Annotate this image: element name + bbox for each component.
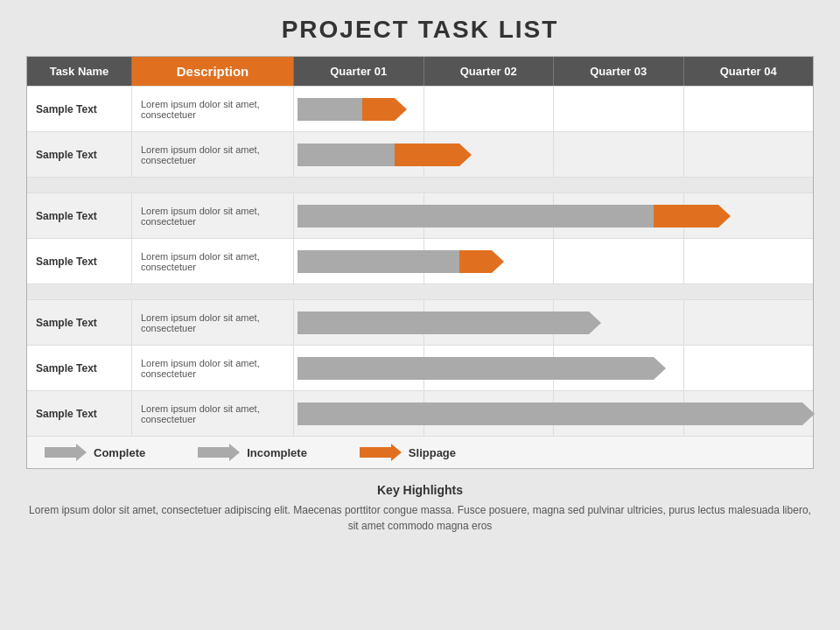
bar-svg: [298, 205, 732, 228]
bar-wrapper: [294, 391, 813, 436]
svg-rect-0: [298, 98, 362, 121]
task-cell: Sample Text: [27, 239, 132, 284]
bar-wrapper: [294, 132, 813, 177]
desc-cell: Lorem ipsum dolor sit amet, consectetuer: [132, 391, 294, 436]
q1-header: Quarter 01: [294, 57, 424, 86]
svg-rect-10: [459, 250, 492, 273]
bar-wrapper: [294, 346, 813, 390]
svg-rect-4: [395, 144, 459, 166]
table-row: Sample TextLorem ipsum dolor sit amet, c…: [27, 390, 813, 436]
gantt-table: Task Name Description Quarter 01 Quarter…: [26, 56, 814, 469]
task-name-header: Task Name: [27, 57, 132, 86]
highlights-section: Key Highlights Lorem ipsum dolor sit ame…: [26, 483, 814, 534]
task-cell: Sample Text: [27, 132, 132, 177]
desc-cell: Lorem ipsum dolor sit amet, consectetuer: [132, 239, 294, 284]
page-title: PROJECT TASK LIST: [282, 16, 559, 44]
bar-svg: [298, 98, 409, 121]
svg-rect-14: [298, 357, 654, 380]
desc-cell: Lorem ipsum dolor sit amet, consectetuer: [132, 300, 294, 345]
table-row: [27, 284, 813, 299]
bar-wrapper: [294, 239, 813, 284]
complete-icon: [45, 444, 87, 461]
svg-rect-7: [654, 205, 718, 228]
bar-svg: [298, 357, 668, 380]
svg-rect-9: [298, 250, 459, 273]
table-row: Sample TextLorem ipsum dolor sit amet, c…: [27, 238, 813, 284]
desc-cell: Lorem ipsum dolor sit amet, consectetuer: [132, 132, 294, 177]
svg-rect-20: [198, 447, 229, 458]
desc-cell: Lorem ipsum dolor sit amet, consectetuer: [132, 346, 294, 390]
legend-row: Complete Incomplete Slippage: [27, 436, 813, 468]
quarters-area: [294, 132, 813, 177]
svg-marker-2: [395, 98, 407, 121]
bar-svg: [298, 402, 816, 425]
quarters-area: [294, 391, 813, 436]
desc-cell: Lorem ipsum dolor sit amet, consectetuer: [132, 193, 294, 238]
incomplete-icon: [198, 444, 240, 461]
task-cell: Sample Text: [27, 346, 132, 390]
legend-complete: Complete: [45, 444, 145, 461]
quarters-area: [294, 300, 813, 345]
bar-svg: [298, 312, 603, 334]
task-cell: Sample Text: [27, 193, 132, 238]
svg-marker-19: [76, 444, 87, 461]
svg-rect-1: [362, 98, 395, 121]
svg-marker-13: [589, 312, 601, 334]
svg-marker-17: [802, 402, 815, 425]
quarters-area: [294, 239, 813, 284]
svg-rect-16: [298, 402, 802, 425]
task-cell: Sample Text: [27, 300, 132, 345]
bar-wrapper: [294, 87, 813, 131]
bar-svg: [298, 144, 473, 166]
svg-marker-5: [459, 144, 472, 166]
highlights-text: Lorem ipsum dolor sit amet, consectetuer…: [26, 502, 814, 534]
bar-wrapper: [294, 300, 813, 345]
svg-marker-21: [229, 444, 240, 461]
legend-incomplete: Incomplete: [198, 444, 307, 461]
highlights-title: Key Highlights: [26, 483, 814, 497]
desc-cell: Lorem ipsum dolor sit amet, consectetuer: [132, 87, 294, 131]
legend-slippage: Slippage: [360, 444, 456, 461]
q3-header: Quarter 03: [554, 57, 684, 86]
table-row: [27, 177, 813, 192]
svg-marker-8: [718, 205, 731, 228]
task-cell: Sample Text: [27, 87, 132, 131]
quarters-area: [294, 346, 813, 390]
description-header: Description: [132, 57, 294, 86]
svg-marker-11: [492, 250, 504, 273]
svg-rect-22: [360, 447, 391, 458]
table-row: Sample TextLorem ipsum dolor sit amet, c…: [27, 192, 813, 238]
bar-svg: [298, 250, 506, 273]
bar-wrapper: [294, 193, 813, 238]
slippage-icon: [360, 444, 402, 461]
table-row: Sample TextLorem ipsum dolor sit amet, c…: [27, 131, 813, 177]
table-row: Sample TextLorem ipsum dolor sit amet, c…: [27, 345, 813, 390]
q2-header: Quarter 02: [424, 57, 555, 86]
table-body: Sample TextLorem ipsum dolor sit amet, c…: [27, 86, 813, 436]
svg-marker-23: [391, 444, 402, 461]
table-row: Sample TextLorem ipsum dolor sit amet, c…: [27, 86, 813, 131]
svg-rect-6: [298, 205, 654, 228]
table-header: Task Name Description Quarter 01 Quarter…: [27, 57, 813, 86]
task-cell: Sample Text: [27, 391, 132, 436]
svg-rect-12: [298, 312, 589, 334]
q4-header: Quarter 04: [684, 57, 814, 86]
quarters-area: [294, 87, 813, 131]
table-row: Sample TextLorem ipsum dolor sit amet, c…: [27, 299, 813, 345]
svg-marker-15: [654, 357, 666, 380]
quarters-area: [294, 193, 813, 238]
svg-rect-18: [45, 447, 76, 458]
svg-rect-3: [298, 144, 395, 166]
